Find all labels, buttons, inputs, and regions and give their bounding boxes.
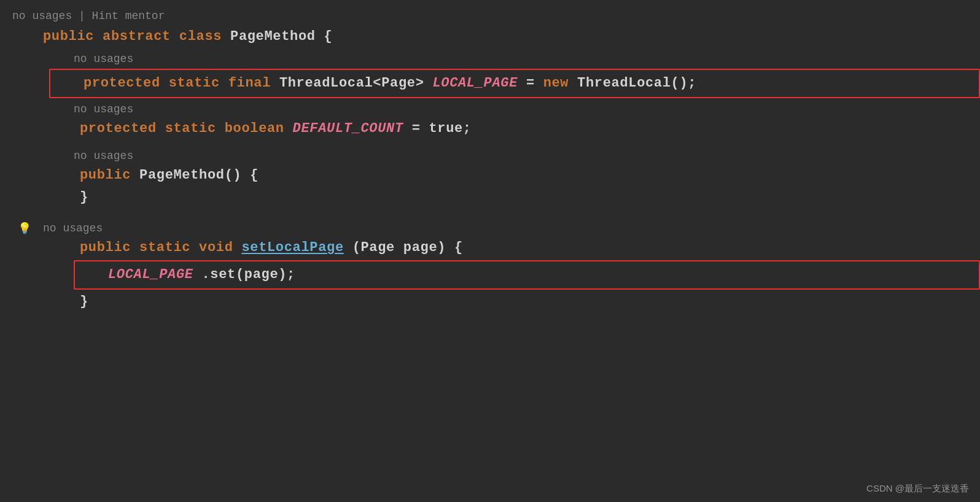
constructor-open-line: public PageMethod() { <box>49 164 980 187</box>
no-usages-4: 💡 no usages <box>12 220 980 237</box>
kw-final-1: final <box>228 75 279 91</box>
top-hint-line: no usages | Hint mentor <box>0 6 980 26</box>
equals-sign-1: = <box>526 75 543 91</box>
kw-static-3: static <box>139 240 199 255</box>
setlocalpage-close: } <box>74 292 88 312</box>
threadlocal-type: ThreadLocal<Page> <box>279 75 433 91</box>
kw-protected-2: protected <box>80 121 157 136</box>
kw-new-1: new <box>543 75 577 91</box>
setlocalpage-method-name: setLocalPage <box>241 240 343 255</box>
set-call-text: .set(page); <box>202 267 295 282</box>
default-count-var: DEFAULT_COUNT <box>293 121 403 136</box>
no-usages-label-2: no usages <box>74 103 133 115</box>
set-call-code: LOCAL_PAGE .set(page); <box>102 265 295 285</box>
no-usages-label-1: no usages <box>74 53 133 65</box>
close-brace-2: } <box>80 294 88 309</box>
kw-public-3: public <box>80 240 139 255</box>
constructor-name: PageMethod() { <box>139 168 259 183</box>
kw-static-1: static <box>169 75 228 91</box>
kw-void: void <box>199 240 241 255</box>
code-editor: no usages | Hint mentor public abstract … <box>0 0 980 502</box>
default-count-line: protected static boolean DEFAULT_COUNT =… <box>49 118 980 140</box>
red-box-set-call: LOCAL_PAGE .set(page); <box>74 260 980 290</box>
no-usages-1: no usages <box>49 50 980 68</box>
set-call-line: LOCAL_PAGE .set(page); <box>77 264 974 286</box>
local-page-line: protected static final ThreadLocal<Page>… <box>53 72 974 95</box>
class-declaration-line: public abstract class PageMethod { <box>12 26 980 48</box>
watermark: CSDN @最后一支迷迭香 <box>866 483 969 495</box>
red-box-local-page: protected static final ThreadLocal<Page>… <box>49 69 980 98</box>
watermark-text: CSDN @最后一支迷迭香 <box>866 483 969 493</box>
keyword-abstract: abstract <box>103 29 179 44</box>
class-name: PageMethod { <box>230 29 332 44</box>
top-hint-text: no usages | Hint mentor <box>12 10 165 22</box>
local-page-var: LOCAL_PAGE <box>432 75 518 91</box>
kw-public-2: public <box>80 168 139 183</box>
setlocalpage-sig-code: public static void setLocalPage (Page pa… <box>74 238 463 258</box>
equals-true: = true; <box>412 121 472 136</box>
no-usages-3: no usages <box>49 147 980 164</box>
default-count-code: protected static boolean DEFAULT_COUNT =… <box>74 119 472 139</box>
local-page-ref: LOCAL_PAGE <box>108 267 193 282</box>
threadlocal-constructor: ThreadLocal(); <box>577 75 696 91</box>
setlocalpage-params: (Page page) { <box>352 240 463 255</box>
setlocalpage-sig-line: public static void setLocalPage (Page pa… <box>49 237 980 259</box>
local-page-code: protected static final ThreadLocal<Page>… <box>77 74 696 93</box>
kw-static-2: static <box>165 121 225 136</box>
class-declaration-code: public abstract class PageMethod { <box>37 27 332 47</box>
constructor-close-line: } <box>49 187 980 209</box>
no-usages-2: no usages <box>49 101 980 118</box>
no-usages-label-4: no usages <box>37 222 103 234</box>
no-usages-label-3: no usages <box>74 150 133 162</box>
bulb-icon: 💡 <box>12 222 37 235</box>
constructor-close: } <box>74 188 88 207</box>
setlocalpage-close-line: } <box>49 291 980 313</box>
constructor-code: public PageMethod() { <box>74 166 259 185</box>
kw-protected-1: protected <box>84 75 160 91</box>
keyword-public: public <box>43 29 94 44</box>
close-brace-1: } <box>80 190 88 205</box>
keyword-class: class <box>179 29 230 44</box>
kw-boolean: boolean <box>225 121 293 136</box>
